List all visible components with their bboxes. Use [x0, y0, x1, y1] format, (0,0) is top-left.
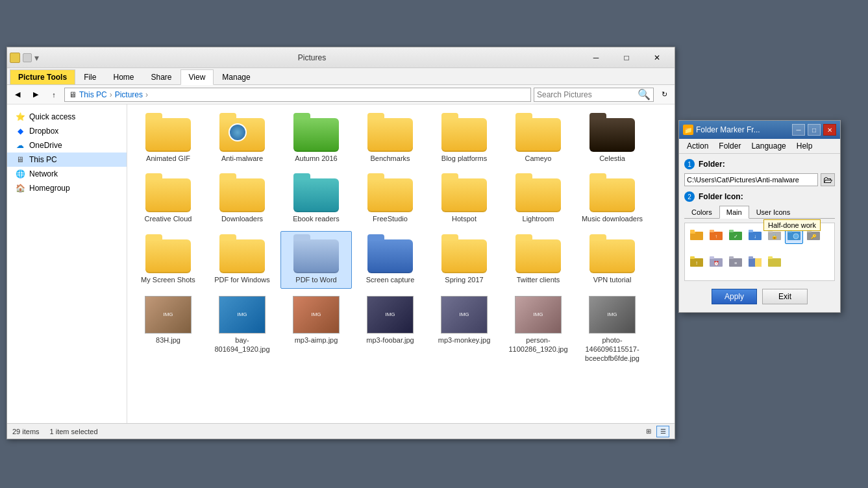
browse-button[interactable]: 🗁 — [821, 173, 835, 186]
svg-rect-32 — [749, 256, 753, 259]
tab-manage[interactable]: Manage — [214, 69, 258, 84]
dialog-minimize-button[interactable]: ─ — [792, 124, 805, 136]
sidebar-item-quickaccess[interactable]: ⭐ Quick access — [7, 110, 127, 124]
list-item[interactable]: Screen capture — [354, 231, 426, 289]
list-item[interactable]: FreeStudio — [354, 170, 426, 228]
sidebar-item-dropbox[interactable]: ◆ Dropbox — [7, 124, 127, 138]
apply-button[interactable]: Apply — [712, 289, 757, 304]
svg-rect-16 — [787, 230, 792, 232]
list-item[interactable]: Benchmarks — [354, 110, 426, 167]
files-area: Animated GIF Anti-malware — [127, 104, 675, 423]
list-item[interactable]: Lightroom — [502, 170, 574, 228]
sidebar-item-onedrive[interactable]: ☁ OneDrive — [7, 138, 127, 152]
sidebar-item-homegroup[interactable]: 🏠 Homegroup — [7, 181, 127, 195]
exit-button[interactable]: Exit — [762, 289, 808, 304]
list-view-button[interactable]: ☰ — [656, 426, 669, 437]
home-icon: 🏠 — [15, 183, 25, 193]
list-item[interactable]: Spring 2017 — [428, 231, 500, 289]
icon-folder-half[interactable] — [746, 252, 764, 271]
list-item[interactable]: Twitter clients — [502, 231, 574, 289]
grid-view-button[interactable]: ⊞ — [642, 426, 655, 437]
sidebar: ⭐ Quick access ◆ Dropbox ☁ OneDrive 🖥 Th… — [7, 104, 127, 423]
folder-icon — [219, 114, 266, 152]
menu-action[interactable]: Action — [682, 140, 713, 152]
list-item[interactable]: Anti-malware — [206, 110, 278, 167]
list-item[interactable]: IMG person-1100286_1920.jpg — [502, 291, 574, 368]
list-item[interactable]: PDF for Windows — [206, 231, 278, 289]
icon-folder-list[interactable]: ≡ — [726, 252, 745, 271]
list-item[interactable]: IMG bay-801694_1920.jpg — [206, 291, 278, 368]
list-item[interactable]: Creative Cloud — [132, 170, 204, 228]
sidebar-onedrive-label: OneDrive — [29, 141, 62, 150]
tab-view[interactable]: View — [180, 69, 214, 85]
list-item[interactable]: Downloaders — [206, 170, 278, 228]
menu-folder[interactable]: Folder — [713, 140, 746, 152]
up-button[interactable]: ↑ — [46, 87, 62, 103]
tab-share[interactable]: Share — [142, 69, 180, 84]
icon-folder-gray2[interactable]: 🔑 — [804, 226, 823, 244]
close-button[interactable]: ✕ — [642, 47, 672, 68]
icon-folder-globe[interactable] — [785, 226, 803, 244]
tab-picture-tools[interactable]: Picture Tools — [10, 69, 75, 84]
image-thumbnail: IMG — [441, 296, 488, 334]
list-item[interactable]: Celestia — [577, 110, 648, 167]
dialog-close-button[interactable]: ✕ — [823, 124, 836, 136]
menu-language[interactable]: Language — [746, 140, 791, 152]
breadcrumb-thispc[interactable]: This PC — [79, 90, 107, 99]
menu-help[interactable]: Help — [791, 140, 818, 152]
list-item[interactable]: IMG photo-1466096115517-bceecbfb6fde.jpg — [577, 291, 648, 368]
list-item[interactable]: VPN tutorial — [577, 231, 648, 289]
icon-folder-orange[interactable] — [688, 226, 706, 244]
dialog-buttons: Apply Exit — [684, 286, 835, 307]
folder-icon — [441, 175, 488, 212]
list-item[interactable]: Animated GIF — [132, 110, 204, 167]
list-item[interactable]: Cameyo — [502, 110, 574, 167]
icon-folder-lock-gray[interactable]: 🔒 — [765, 226, 784, 244]
down-arrow-icon: ▾ — [34, 53, 39, 63]
icon-folder-green[interactable]: ✓ — [726, 226, 745, 244]
folder-path-input[interactable] — [684, 173, 818, 186]
tab-colors[interactable]: Colors — [684, 206, 719, 219]
folder-label: Folder: — [699, 160, 725, 169]
list-item[interactable]: Hotspot — [428, 170, 500, 228]
sidebar-thispc-label: This PC — [29, 155, 57, 164]
icon-folder-blue-down[interactable]: ↓ — [746, 226, 764, 244]
forward-button[interactable]: ▶ — [28, 87, 43, 103]
tab-home[interactable]: Home — [105, 69, 142, 84]
folder-icon — [293, 114, 340, 152]
icon-folder-extra[interactable] — [765, 252, 784, 271]
dialog-maximize-button[interactable]: □ — [808, 124, 821, 136]
back-button[interactable]: ◀ — [10, 87, 25, 103]
folder-icon — [145, 175, 192, 212]
folder-icon — [293, 175, 340, 212]
list-item[interactable]: Music downloaders — [577, 170, 648, 228]
search-input[interactable] — [537, 90, 638, 99]
tab-user-icons[interactable]: User Icons — [749, 206, 798, 219]
file-label: Screen capture — [366, 275, 415, 284]
list-item[interactable]: My Screen Shots — [132, 231, 204, 289]
icon-folder-clock[interactable]: ⏰ — [707, 252, 725, 271]
search-bar[interactable]: 🔍 — [534, 88, 654, 102]
maximize-button[interactable]: □ — [612, 47, 641, 68]
sidebar-item-thispc[interactable]: 🖥 This PC — [7, 152, 127, 167]
icon-folder-arrow-up[interactable]: ↑ — [707, 226, 725, 244]
list-item[interactable]: PDF to Word — [280, 231, 352, 289]
folder-row: 1 Folder: — [684, 159, 835, 169]
icon-folder-warn[interactable]: ! — [688, 252, 706, 271]
dialog-app-icon: 📁 — [683, 125, 693, 135]
list-item[interactable]: IMG mp3-foobar.jpg — [354, 291, 426, 368]
window-title: Pictures — [43, 53, 581, 62]
sidebar-item-network[interactable]: 🌐 Network — [7, 167, 127, 181]
list-item[interactable]: IMG mp3-aimp.jpg — [280, 291, 352, 368]
breadcrumb-pictures[interactable]: Pictures — [115, 90, 143, 99]
list-item[interactable]: Ebook readers — [280, 170, 352, 228]
list-item[interactable]: IMG 83H.jpg — [132, 291, 204, 368]
list-item[interactable]: Autumn 2016 — [280, 110, 352, 167]
refresh-button[interactable]: ↻ — [656, 87, 672, 103]
list-item[interactable]: Blog platforms — [428, 110, 500, 167]
svg-rect-28 — [729, 256, 734, 259]
list-item[interactable]: IMG mp3-monkey.jpg — [428, 291, 500, 368]
tab-main[interactable]: Main — [719, 206, 749, 219]
tab-file[interactable]: File — [75, 69, 105, 84]
minimize-button[interactable]: ─ — [581, 47, 611, 68]
